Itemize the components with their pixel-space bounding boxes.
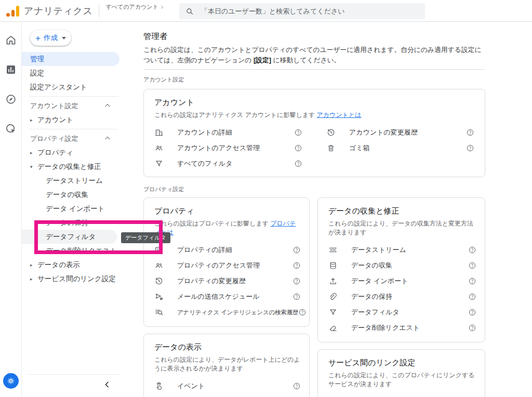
account-help-link[interactable]: アカウントとは [317, 111, 362, 118]
section-label-property: プロパティ設定 [143, 186, 532, 193]
advertising-icon [5, 123, 17, 135]
help-icon [294, 160, 302, 168]
card-row[interactable]: データストリーム [328, 242, 476, 258]
sidebar-item[interactable]: データ インポート [22, 202, 119, 216]
event-icon [154, 381, 164, 391]
sidebar-section-header[interactable]: アカウント設定 [22, 99, 119, 113]
nav-explore-button[interactable] [5, 93, 17, 105]
create-button[interactable]: + 作成 [30, 30, 71, 46]
sidebar-item[interactable]: 管理 [22, 52, 119, 66]
help-icon[interactable] [294, 144, 302, 152]
card-row-label: アカウントのアクセス管理 [177, 143, 260, 153]
card-row[interactable]: ゴミ箱 [326, 140, 474, 156]
chevron-right-icon [160, 5, 164, 9]
home-icon [5, 34, 17, 46]
data-collection-card: データの収集と修正 これらの設定により、データの収集方法と変更方法が決まります … [317, 197, 485, 342]
main-content: 管理者 これらの設定は、このアカウントとプロパティのすべてのユーザーに適用されま… [119, 22, 532, 397]
card-row[interactable]: データフィルタ [328, 305, 476, 320]
nav-reports-button[interactable] [5, 63, 17, 76]
card-row[interactable]: アナリティクス インテリジェンスの検索履歴 [154, 305, 301, 320]
sidebar-item[interactable]: データ削除リクエスト [22, 244, 119, 258]
sidebar-item[interactable]: データストリーム [22, 174, 119, 188]
card-row[interactable]: プロパティの詳細 [154, 242, 301, 258]
sidebar-item-label: データの収集 [46, 190, 88, 200]
help-icon[interactable] [298, 308, 307, 316]
card-title: アカウント [154, 98, 474, 108]
top-header: アナリティクス すべてのアカウント [0, 0, 532, 22]
stream-icon [328, 245, 338, 255]
help-icon[interactable] [468, 324, 476, 332]
help-icon[interactable] [466, 128, 474, 137]
help-icon[interactable] [292, 261, 301, 270]
account-breadcrumb[interactable]: すべてのアカウント [105, 3, 164, 11]
sidebar-divider [29, 96, 118, 97]
search-bar[interactable] [179, 3, 425, 19]
sidebar-item-label: データの表示 [37, 260, 80, 270]
card-title: プロパティ [154, 206, 301, 216]
plus-icon: + [35, 34, 41, 43]
card-row[interactable]: データ インポート [328, 273, 476, 289]
card-row-label: プロパティのアクセス管理 [177, 261, 260, 270]
header-divider [99, 5, 99, 17]
collapse-sidebar-button[interactable] [103, 380, 111, 389]
help-icon[interactable] [292, 277, 301, 285]
sidebar-item-label: 設定アシスタント [30, 83, 87, 92]
account-card: アカウント これらの設定はアナリティクス アカウントに影響します アカウントとは… [143, 89, 485, 177]
help-icon[interactable] [468, 277, 476, 285]
sidebar-item[interactable]: データフィルタ [22, 230, 117, 244]
upload-icon [328, 276, 338, 286]
help-icon[interactable] [468, 246, 476, 254]
card-row-label: プロパティの詳細 [177, 245, 232, 255]
card-row[interactable]: データ削除リクエスト [328, 320, 476, 336]
sidebar-item-label: アカウント [37, 115, 73, 125]
help-icon[interactable] [294, 160, 302, 168]
sidebar-item[interactable]: ▾データの収集と修正 [22, 160, 119, 174]
card-row[interactable]: すべてのフィルタ [154, 156, 302, 171]
search-input[interactable] [201, 7, 419, 15]
sidebar-section-header[interactable]: プロパティ設定 [22, 131, 119, 145]
nav-advertising-button[interactable] [5, 123, 17, 135]
card-row[interactable]: アカウントの詳細 [154, 125, 302, 140]
people-icon [154, 261, 164, 270]
sidebar-item[interactable]: 設定アシスタント [22, 80, 119, 94]
card-row[interactable]: Google AdSense のリンク [328, 394, 476, 397]
card-row[interactable]: プロパティのアクセス管理 [154, 258, 301, 273]
sidebar-item[interactable]: データの保持 [22, 216, 119, 230]
sidebar-item[interactable]: 設定 [22, 66, 119, 80]
help-icon[interactable] [468, 261, 476, 270]
sidebar-item[interactable]: ▸サービス間のリンク設定 [22, 272, 119, 286]
sidebar-item[interactable]: ▸データの表示 [22, 258, 119, 272]
sidebar-item[interactable]: ▸プロパティ [22, 145, 119, 160]
card-row[interactable]: コンバージョン [154, 394, 301, 397]
card-row[interactable]: データの保持 [328, 289, 476, 305]
card-row-label: すべてのフィルタ [177, 159, 232, 168]
search-history-icon [154, 308, 164, 317]
card-row-label: イベント [177, 381, 205, 391]
sidebar-item-label: データ削除リクエスト [46, 246, 117, 256]
help-icon[interactable] [468, 308, 476, 316]
help-icon[interactable] [468, 293, 476, 301]
eraser-icon [328, 323, 338, 333]
sidebar-item[interactable]: データの収集 [22, 188, 119, 202]
sidebar-item[interactable]: ▸アカウント [22, 113, 119, 127]
arrow-right-icon: ▸ [30, 262, 37, 268]
trash-icon [326, 143, 336, 153]
card-row-label: データフィルタ [351, 308, 400, 317]
help-icon[interactable] [294, 128, 302, 137]
admin-gear-button[interactable] [3, 373, 19, 389]
card-row[interactable]: プロパティの変更履歴 [154, 273, 301, 289]
card-row[interactable]: アカウントのアクセス管理 [154, 140, 302, 156]
help-icon[interactable] [292, 246, 301, 254]
card-row[interactable]: イベント [154, 378, 301, 394]
help-icon[interactable] [466, 144, 474, 152]
card-row[interactable]: アカウントの変更履歴 [326, 125, 474, 140]
building-icon [154, 128, 164, 137]
gear-icon [6, 376, 16, 386]
card-row[interactable]: データの収集 [328, 258, 476, 273]
card-row[interactable]: メールの送信スケジュール [154, 289, 301, 305]
nav-home-button[interactable] [5, 34, 17, 46]
help-icon[interactable] [292, 293, 301, 301]
help-icon[interactable] [292, 382, 301, 390]
explore-icon [5, 93, 17, 105]
sidebar-item-label: データの保持 [46, 218, 88, 228]
